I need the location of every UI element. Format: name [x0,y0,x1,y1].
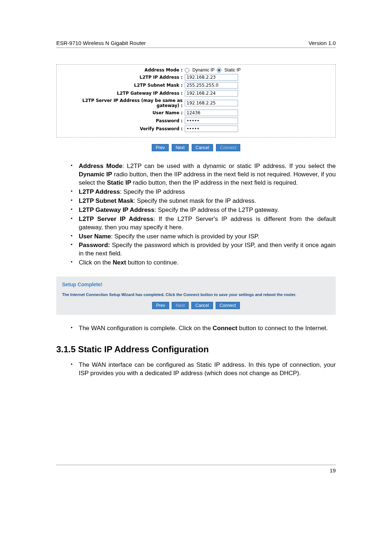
verify-password-label: Verify Password : [63,126,185,131]
list-item: L2TP Server IP Address: If the L2TP Serv… [71,215,336,232]
l2tp-mask-input[interactable] [185,82,238,89]
next-button-2: Next [172,302,189,309]
cancel-button-1[interactable]: Cancel [192,144,213,151]
connect-button-1: Connect [216,144,240,151]
bullets-description-1: Address Mode: L2TP can be used with a dy… [71,162,336,267]
setup-complete-box: Setup Complete! The Internet Connection … [56,276,336,315]
setup-complete-msg: The Internet Connection Setup Wizard has… [62,292,330,297]
l2tp-server-label: L2TP Server IP Address (may be same as g… [63,98,185,108]
list-item: The WAN configuration is complete. Click… [71,324,336,333]
prev-button-1[interactable]: Prev [152,144,169,151]
page-footer: 19 [56,465,336,473]
l2tp-ip-label: L2TP IP Address : [63,75,185,80]
dynamic-ip-label: Dynamic IP [192,67,215,73]
list-item: L2TP Gateway IP Address: Specify the IP … [71,206,336,214]
list-item: The WAN interface can be configured as S… [71,361,336,378]
list-item: L2TP Address: Specify the IP address [71,188,336,196]
list-item: Address Mode: L2TP can be used with a dy… [71,162,336,187]
l2tp-gateway-label: L2TP Gateway IP Address : [63,91,185,96]
next-button-1[interactable]: Next [172,144,189,151]
bullets-description-3: The WAN interface can be configured as S… [71,361,336,378]
static-ip-radio[interactable] [217,68,221,73]
setup-complete-title: Setup Complete! [62,282,330,287]
page-header: ESR-9710 Wireless N Gigabit Router Versi… [56,40,336,48]
section-heading: 3.1.5 Static IP Address Configuration [56,344,336,354]
header-right: Version 1.0 [309,40,336,46]
static-ip-label: Static IP [224,67,241,73]
list-item: L2TP Subnet Mask: Specify the subnet mas… [71,197,336,205]
l2tp-mask-label: L2TP Subnet Mask : [63,83,185,88]
button-row-1: Prev Next Cancel Connect [56,144,336,151]
password-input[interactable] [185,118,238,124]
dynamic-ip-radio[interactable] [185,68,189,73]
address-mode-label: Address Mode : [63,67,185,73]
l2tp-form: Address Mode : Dynamic IP Static IP L2TP… [56,64,336,138]
page-number: 19 [330,467,336,473]
list-item: User Name: Specify the user name which i… [71,233,336,241]
verify-password-input[interactable] [185,126,238,132]
button-row-2: Prev Next Cancel Connect [62,302,330,309]
password-label: Password : [63,118,185,123]
username-label: User Name : [63,110,185,115]
l2tp-gateway-input[interactable] [185,90,238,97]
l2tp-server-input[interactable] [185,100,238,106]
l2tp-ip-input[interactable] [185,74,238,81]
cancel-button-2[interactable]: Cancel [191,302,213,309]
header-left: ESR-9710 Wireless N Gigabit Router [56,40,146,46]
connect-button-2[interactable]: Connect [216,302,240,309]
username-input[interactable] [185,110,238,116]
list-item: Password: Specify the password which is … [71,241,336,258]
prev-button-2[interactable]: Prev [152,302,169,309]
list-item: Click on the Next button to continue. [71,259,336,267]
bullets-description-2: The WAN configuration is complete. Click… [71,324,336,333]
